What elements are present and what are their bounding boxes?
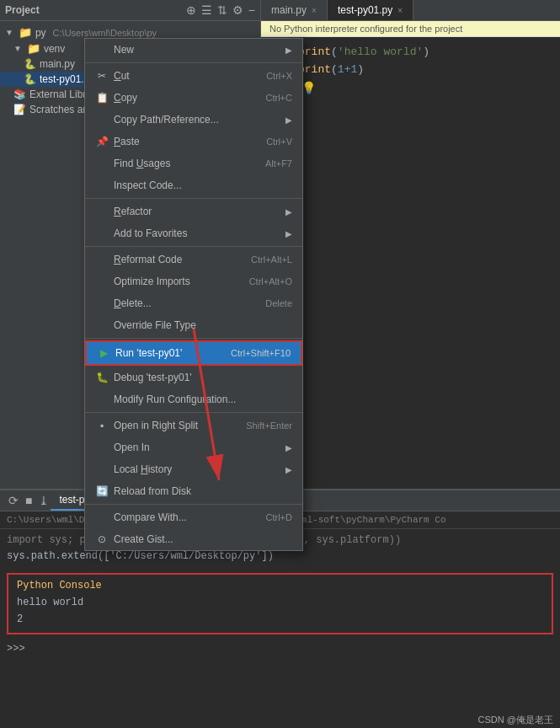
console-hello: hello world: [17, 597, 83, 608]
rerun-icon[interactable]: ⟳: [7, 492, 20, 509]
tab-main-close[interactable]: ×: [312, 6, 317, 15]
reformat-icon: [95, 253, 109, 266]
submenu-arrow-history: ▶: [285, 465, 292, 474]
menu-cut-left: ✂ Cut: [95, 69, 130, 83]
paste-shortcut: Ctrl+V: [266, 136, 292, 147]
warning-text: No Python interpreter configured for the…: [269, 24, 462, 34]
menu-paste-label: Paste: [114, 136, 140, 147]
compare-shortcut: Ctrl+D: [266, 512, 292, 522]
new-icon: [95, 43, 109, 56]
cut-shortcut: Ctrl+X: [266, 71, 292, 81]
menu-item-override[interactable]: Override File Type: [85, 314, 302, 336]
menu-find-left: Find Usages: [95, 157, 170, 170]
list-icon[interactable]: ☰: [201, 3, 212, 17]
menu-copypath-left: Copy Path/Reference...: [95, 113, 219, 126]
menu-reformat-label: Reformat Code: [114, 254, 182, 265]
menu-reload-label: Reload from Disk: [114, 485, 191, 497]
sep1: [85, 62, 302, 63]
menu-item-create-gist[interactable]: ⊙ Create Gist...: [85, 528, 302, 550]
code-area[interactable]: print('hello world') print(1+1) 💡: [288, 37, 560, 489]
menu-item-copy-path[interactable]: Copy Path/Reference... ▶: [85, 109, 302, 131]
menu-optimize-label: Optimize Imports: [114, 276, 190, 287]
project-header: Project ⊕ ☰ ⇅ ⚙ −: [0, 0, 260, 21]
menu-openright-left: ▪ Open in Right Split: [95, 419, 198, 432]
menu-item-new[interactable]: New ▶: [85, 39, 302, 61]
run-play-icon: ▶: [97, 346, 110, 360]
menu-item-compare[interactable]: Compare With... Ctrl+D: [85, 506, 302, 528]
str-hello: 'hello world': [338, 46, 423, 58]
menu-item-add-favorites[interactable]: Add to Favorites ▶: [85, 222, 302, 244]
tree-label-py: py: [35, 27, 46, 39]
menu-run-label: Run 'test-py01': [115, 347, 182, 359]
menu-item-delete[interactable]: Delete... Delete: [85, 292, 302, 314]
copy-icon: 📋: [95, 91, 109, 104]
menu-new-left: New: [95, 43, 134, 56]
tab-test-py01[interactable]: test-py01.py ×: [328, 0, 413, 20]
menu-paste-left: 📌 Paste: [95, 135, 140, 148]
menu-item-optimize[interactable]: Optimize Imports Ctrl+Alt+O: [85, 270, 302, 292]
menu-compare-label: Compare With...: [114, 511, 187, 523]
console-2: 2: [17, 613, 23, 625]
menu-item-inspect[interactable]: Inspect Code...: [85, 174, 302, 196]
menu-new-label: New: [114, 44, 134, 56]
tree-path: C:\Users\wml\Desktop\py: [53, 28, 157, 38]
history-icon: [95, 463, 109, 476]
optimize-shortcut: Ctrl+Alt+O: [249, 276, 292, 286]
inspect-icon: [95, 179, 109, 192]
menu-item-refactor[interactable]: Refactor ▶: [85, 201, 302, 222]
menu-localhistory-label: Local History: [114, 463, 172, 475]
settings-icon[interactable]: ⚙: [232, 3, 243, 17]
sort-icon[interactable]: ⇅: [217, 3, 227, 17]
menu-item-local-history[interactable]: Local History ▶: [85, 458, 302, 480]
code-line-1: print('hello world'): [298, 44, 550, 62]
watermark: CSDN @俺是老王: [472, 712, 560, 728]
menu-copypath-label: Copy Path/Reference...: [114, 114, 219, 126]
sep3: [85, 246, 302, 247]
openin-icon: [95, 441, 109, 454]
menu-item-reformat[interactable]: Reformat Code Ctrl+Alt+L: [85, 249, 302, 270]
menu-openright-label: Open in Right Split: [114, 420, 198, 431]
menu-localhistory-left: Local History: [95, 463, 172, 476]
tab-main-py[interactable]: main.py ×: [261, 0, 328, 20]
project-title: Project: [5, 4, 183, 16]
menu-optimize-left: Optimize Imports: [95, 275, 190, 288]
scratches-icon: 📝: [13, 104, 26, 115]
menu-item-cut[interactable]: ✂ Cut Ctrl+X: [85, 65, 302, 87]
menu-compare-left: Compare With...: [95, 511, 187, 524]
submenu-arrow-openin: ▶: [285, 443, 292, 452]
scroll-icon[interactable]: ⤓: [37, 492, 51, 509]
submenu-arrow-refactor: ▶: [285, 207, 292, 217]
menu-refactor-label: Refactor: [114, 206, 152, 217]
menu-item-open-in[interactable]: Open In ▶: [85, 436, 302, 458]
gist-icon: ⊙: [95, 533, 109, 546]
tab-test-close[interactable]: ×: [397, 6, 403, 15]
run-shortcut: Ctrl+Shift+F10: [231, 348, 291, 358]
openright-icon: ▪: [95, 419, 109, 432]
header-icons: ⊕ ☰ ⇅ ⚙ −: [186, 3, 255, 17]
console-output-box: Python Console hello world 2: [7, 573, 553, 634]
menu-item-open-right[interactable]: ▪ Open in Right Split Shift+Enter: [85, 415, 302, 436]
menu-gist-left: ⊙ Create Gist...: [95, 533, 173, 546]
menu-item-run[interactable]: ▶ Run 'test-py01' Ctrl+Shift+F10: [87, 342, 301, 364]
stop-icon[interactable]: ■: [24, 492, 34, 509]
warning-bar[interactable]: No Python interpreter configured for the…: [261, 21, 560, 37]
menu-item-debug[interactable]: 🐛 Debug 'test-py01': [85, 367, 302, 388]
menu-item-paste[interactable]: 📌 Paste Ctrl+V: [85, 131, 302, 153]
menu-item-modify-run[interactable]: Modify Run Configuration...: [85, 388, 302, 410]
add-icon[interactable]: ⊕: [186, 3, 196, 17]
tab-bar: main.py × test-py01.py ×: [261, 0, 560, 21]
menu-reformat-left: Reformat Code: [95, 253, 182, 266]
tree-label-main: main.py: [40, 58, 75, 70]
menu-modrun-label: Modify Run Configuration...: [114, 393, 236, 405]
debug-icon: 🐛: [95, 371, 109, 384]
bulb-icon[interactable]: 💡: [301, 82, 316, 95]
delete-icon: [95, 297, 109, 310]
menu-item-find-usages[interactable]: Find Usages Alt+F7: [85, 153, 302, 174]
menu-debug-left: 🐛 Debug 'test-py01': [95, 371, 192, 384]
context-menu: New ▶ ✂ Cut Ctrl+X 📋 Copy Ctrl+C: [84, 38, 303, 551]
menu-item-reload[interactable]: 🔄 Reload from Disk: [85, 480, 302, 502]
minimize-icon[interactable]: −: [248, 3, 255, 17]
compare-icon: [95, 511, 109, 524]
menu-item-copy[interactable]: 📋 Copy Ctrl+C: [85, 87, 302, 109]
find-shortcut: Alt+F7: [265, 158, 292, 169]
